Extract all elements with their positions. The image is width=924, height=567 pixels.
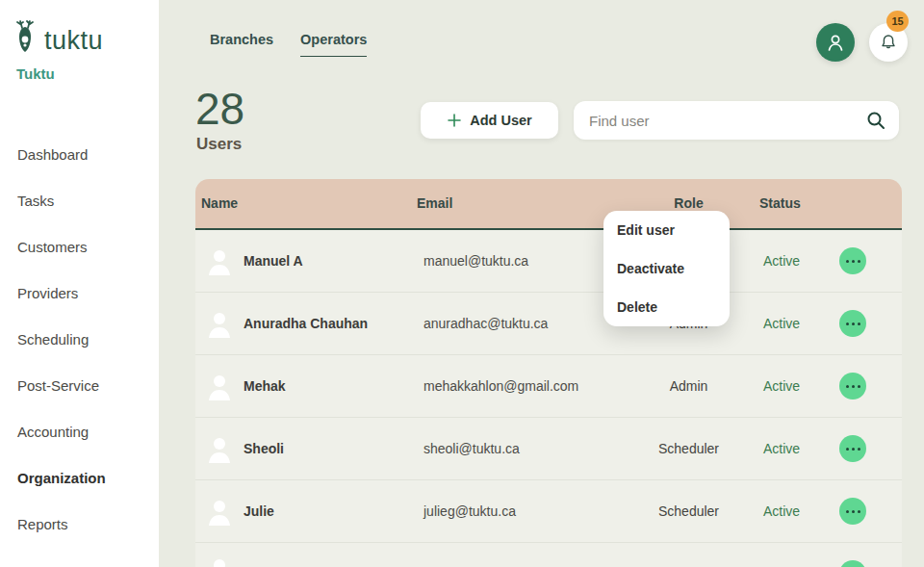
cell-name: Julie [244,480,274,543]
cell-name: Mehak [244,355,286,418]
sidebar-item-dashboard[interactable]: Dashboard [0,132,159,178]
cell-role: Admin [633,355,744,418]
caribou-logo-icon [15,19,40,54]
sidebar-nav: Dashboard Tasks Customers Providers Sche… [0,132,159,548]
sidebar-item-scheduling[interactable]: Scheduling [0,317,159,363]
org-name: Tuktu [0,54,159,82]
user-silhouette-icon [205,372,234,400]
table-row[interactable]: Julie julieg@tuktu.ca Scheduler Active [195,480,902,543]
sidebar-item-organization[interactable]: Organization [0,455,159,502]
column-header-email: Email [417,179,452,228]
row-actions-button[interactable] [839,435,866,462]
operators-table: Name Email Role Status Manuel A manuel@t… [195,179,902,567]
table-row[interactable]: Manuel A manuel@tuktu.ca Active [195,230,902,293]
sidebar-item-post-service[interactable]: Post-Service [0,363,159,409]
cell-role: Scheduler [633,480,744,543]
row-actions-button[interactable] [839,560,866,567]
notification-count-badge: 15 [886,11,909,32]
sidebar: tuktu Tuktu Dashboard Tasks Customers Pr… [0,0,159,567]
user-search [574,101,899,140]
table-row-partial[interactable] [195,543,902,567]
profile-button[interactable] [816,23,855,62]
user-silhouette-icon [205,434,234,463]
menu-item-delete[interactable]: Delete [603,288,730,326]
cell-role: Scheduler [633,418,744,480]
cell-status: Active [763,418,800,480]
cell-email: mehakkahlon@gmail.com [424,355,578,418]
row-actions-button[interactable] [839,373,866,399]
users-count: 28 [195,85,244,134]
search-input[interactable] [574,113,865,129]
cell-status: Active [763,293,800,355]
column-header-name: Name [201,179,238,228]
menu-item-edit-user[interactable]: Edit user [603,211,730,249]
users-count-label: Users [196,135,242,154]
column-header-status: Status [759,179,801,228]
sidebar-item-reports[interactable]: Reports [0,502,159,548]
add-user-button[interactable]: Add User [421,102,558,139]
section-tabs: Branches Operators [210,32,367,57]
plus-icon [447,113,462,128]
user-silhouette-icon [205,497,234,526]
table-row[interactable]: Anuradha Chauhan anuradhac@tuktu.ca Admi… [195,293,902,355]
cell-email: julieg@tuktu.ca [424,480,516,543]
row-context-menu: Edit user Deactivate Delete [603,211,730,326]
sidebar-item-tasks[interactable]: Tasks [0,178,159,224]
add-user-label: Add User [470,113,531,128]
cell-name: Sheoli [244,418,284,480]
logo-wordmark: tuktu [44,28,103,54]
user-silhouette-icon [205,555,234,567]
row-actions-button[interactable] [839,247,866,274]
user-silhouette-icon [205,309,234,338]
menu-item-deactivate[interactable]: Deactivate [603,249,730,288]
table-row[interactable]: Sheoli sheoli@tuktu.ca Scheduler Active [195,418,902,480]
tab-branches[interactable]: Branches [210,32,273,57]
cell-status: Active [763,480,800,543]
user-silhouette-icon [205,246,234,275]
cell-email: anuradhac@tuktu.ca [424,293,548,355]
cell-name: Manuel A [244,230,303,293]
user-avatar-icon [825,32,846,53]
sidebar-item-customers[interactable]: Customers [0,224,159,271]
cell-email: sheoli@tuktu.ca [424,418,520,480]
cell-email: manuel@tuktu.ca [424,230,528,293]
row-actions-button[interactable] [839,498,866,525]
bell-icon [879,33,898,52]
cell-status: Active [763,230,800,293]
sidebar-item-providers[interactable]: Providers [0,271,159,317]
tab-operators[interactable]: Operators [300,32,367,57]
brand-logo: tuktu [0,0,159,54]
cell-status: Active [763,355,800,418]
table-row[interactable]: Mehak mehakkahlon@gmail.com Admin Active [195,355,902,418]
cell-name: Anuradha Chauhan [244,293,368,355]
row-actions-button[interactable] [839,310,866,337]
sidebar-item-accounting[interactable]: Accounting [0,409,159,455]
table-header: Name Email Role Status [195,179,902,230]
search-icon[interactable] [865,110,886,131]
